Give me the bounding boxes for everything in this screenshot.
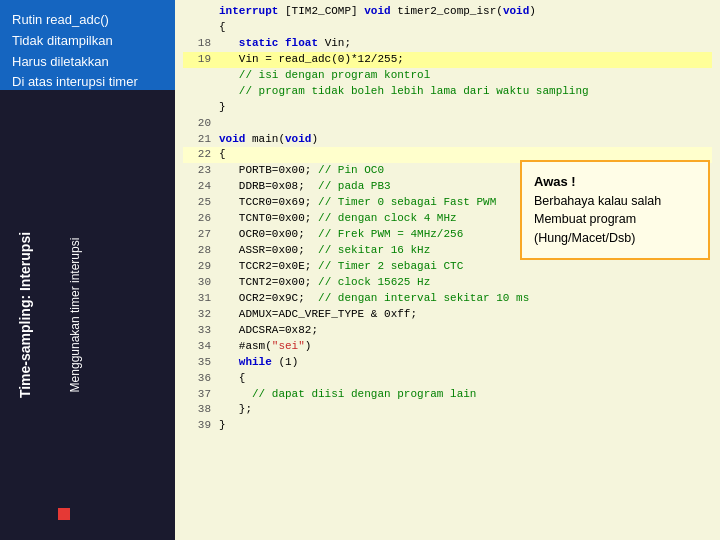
code-line: 38 }; xyxy=(183,402,712,418)
code-line: { xyxy=(183,20,712,36)
warning-box: Awas ! Berbahaya kalau salah Membuat pro… xyxy=(520,160,710,260)
info-line-1: Rutin read_adc() xyxy=(12,12,109,27)
code-line: 29 TCCR2=0x0E; // Timer 2 sebagai CTC xyxy=(183,259,712,275)
code-line: 33 ADCSRA=0x82; xyxy=(183,323,712,339)
time-sampling-label: Time-sampling: Interupsi xyxy=(17,232,33,398)
code-line: 32 ADMUX=ADC_VREF_TYPE & 0xff; xyxy=(183,307,712,323)
warning-line-2: Membuat program xyxy=(534,210,696,229)
second-vertical-label: Menggunakan timer interupsi xyxy=(50,90,100,540)
code-line: 18 static float Vin; xyxy=(183,36,712,52)
info-line-3: Harus diletakkan xyxy=(12,54,109,69)
code-line: // program tidak boleh lebih lama dari w… xyxy=(183,84,712,100)
code-line: 31 OCR2=0x9C; // dengan interval sekitar… xyxy=(183,291,712,307)
code-line: 35 while (1) xyxy=(183,355,712,371)
info-line-4: Di atas interupsi timer xyxy=(12,74,138,89)
code-line: 19 Vin = read_adc(0)*12/255; xyxy=(183,52,712,68)
code-line: 20 xyxy=(183,116,712,132)
code-line: 34 #asm("sei") xyxy=(183,339,712,355)
menggunakan-label: Menggunakan timer interupsi xyxy=(68,238,82,393)
code-line: 21 void main(void) xyxy=(183,132,712,148)
code-line: 37 // dapat diisi dengan program lain xyxy=(183,387,712,403)
warning-line-3: (Hung/Macet/Dsb) xyxy=(534,229,696,248)
warning-line-1: Berbahaya kalau salah xyxy=(534,192,696,211)
info-box: Rutin read_adc() Tidak ditampilkan Harus… xyxy=(0,0,175,90)
code-area: interrupt [TIM2_COMP] void timer2_comp_i… xyxy=(175,0,720,540)
code-line: 36 { xyxy=(183,371,712,387)
warning-title: Awas ! xyxy=(534,172,696,192)
red-bullet-icon xyxy=(58,508,70,520)
left-vertical-label: Time-sampling: Interupsi xyxy=(0,90,50,540)
code-line: 39 } xyxy=(183,418,712,434)
code-line: 30 TCNT2=0x00; // clock 15625 Hz xyxy=(183,275,712,291)
code-line: interrupt [TIM2_COMP] void timer2_comp_i… xyxy=(183,4,712,20)
code-line: } xyxy=(183,100,712,116)
info-line-2: Tidak ditampilkan xyxy=(12,33,113,48)
code-line: // isi dengan program kontrol xyxy=(183,68,712,84)
